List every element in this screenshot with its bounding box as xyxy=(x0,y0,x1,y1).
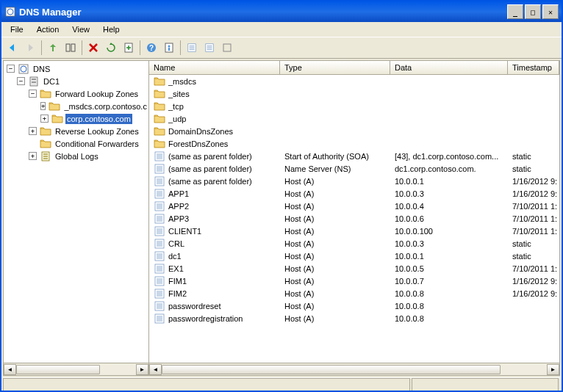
list-row[interactable]: (same as parent folder)Name Server (NS)d… xyxy=(149,162,559,175)
tree-global-logs[interactable]: + Global Logs xyxy=(5,150,147,162)
record-name: passwordregistration xyxy=(168,314,243,323)
tree-conditional-forwarders[interactable]: Conditional Forwarders xyxy=(5,137,147,150)
collapse-icon[interactable]: − xyxy=(7,65,15,73)
record-timestamp: static xyxy=(508,164,559,174)
scroll-right-button[interactable]: ► xyxy=(547,364,559,375)
folder-icon xyxy=(51,113,63,125)
up-button[interactable] xyxy=(45,40,61,56)
record-icon xyxy=(154,164,165,174)
delete-button[interactable] xyxy=(85,40,101,56)
tree-root-dns[interactable]: − DNS xyxy=(5,62,147,75)
help-button[interactable]: ? xyxy=(143,40,159,56)
list-row[interactable]: (same as parent folder)Start of Authorit… xyxy=(149,150,559,162)
record-name: APP1 xyxy=(168,189,189,198)
scroll-right-button[interactable]: ► xyxy=(136,364,148,375)
list-row[interactable]: _tcp xyxy=(149,100,559,112)
list-row[interactable]: ForestDnsZones xyxy=(149,137,559,150)
tree-forward-zones[interactable]: − Forward Lookup Zones xyxy=(5,87,147,100)
record-name: DomainDnsZones xyxy=(168,127,233,136)
scroll-left-button[interactable]: ◄ xyxy=(149,364,162,375)
list-row[interactable]: CLIENT1Host (A)10.0.0.1007/10/2011 1: xyxy=(149,225,559,237)
list-header: Name Type Data Timestamp xyxy=(149,61,559,75)
tool-button[interactable] xyxy=(219,40,235,56)
folder-icon xyxy=(40,138,51,150)
column-data[interactable]: Data xyxy=(390,61,508,74)
list-row[interactable]: passwordregistrationHost (A)10.0.0.8 xyxy=(149,312,559,324)
record-name: (same as parent folder) xyxy=(168,152,252,161)
tree-scrollbar[interactable]: ◄ ► xyxy=(4,363,148,375)
list-pane: Name Type Data Timestamp _msdcs_sites_tc… xyxy=(149,61,559,375)
record-icon xyxy=(154,264,165,274)
collapse-icon[interactable]: − xyxy=(29,90,37,98)
expand-icon[interactable]: + xyxy=(29,152,37,160)
tree-zone-msdcs[interactable]: + _msdcs.corp.contoso.c xyxy=(5,100,147,112)
expand-icon[interactable]: + xyxy=(40,115,49,123)
list-row[interactable]: EX1Host (A)10.0.0.57/10/2011 1: xyxy=(149,262,559,275)
list-row[interactable]: DomainDnsZones xyxy=(149,125,559,137)
close-button[interactable]: ✕ xyxy=(542,4,559,19)
record-timestamp xyxy=(508,318,559,319)
folder-icon xyxy=(154,139,165,149)
menu-action[interactable]: Action xyxy=(31,23,65,35)
filter-button[interactable] xyxy=(201,40,218,56)
status-cell xyxy=(3,378,410,392)
record-name: FIM1 xyxy=(168,277,187,286)
list-scrollbar[interactable]: ◄ ► xyxy=(149,363,559,375)
column-timestamp[interactable]: Timestamp xyxy=(508,61,559,74)
column-type[interactable]: Type xyxy=(280,61,390,74)
record-type xyxy=(280,81,390,82)
forward-button[interactable] xyxy=(22,40,38,56)
record-name: ForestDnsZones xyxy=(168,139,228,148)
record-icon xyxy=(154,276,165,286)
list-row[interactable]: _sites xyxy=(149,87,559,100)
minimize-button[interactable]: _ xyxy=(507,4,523,19)
back-button[interactable] xyxy=(4,40,21,56)
folder-icon xyxy=(154,89,165,99)
tree-reverse-zones[interactable]: + Reverse Lookup Zones xyxy=(5,125,147,137)
refresh-button[interactable] xyxy=(103,40,119,56)
list-row[interactable]: passwordresetHost (A)10.0.0.8 xyxy=(149,300,559,312)
menu-help[interactable]: Help xyxy=(97,23,126,35)
list-row[interactable]: APP1Host (A)10.0.0.31/16/2012 9: xyxy=(149,187,559,200)
list-row[interactable]: _udp xyxy=(149,112,559,125)
tree-pane[interactable]: − DNS − DC1 − Forward Lookup Zones + _ms… xyxy=(4,61,149,375)
tree-server[interactable]: − DC1 xyxy=(5,75,147,87)
expand-icon[interactable]: + xyxy=(29,127,37,135)
record-timestamp: static xyxy=(508,251,559,261)
list-row[interactable]: _msdcs xyxy=(149,75,559,87)
menu-view[interactable]: View xyxy=(66,23,96,35)
list-row[interactable]: (same as parent folder)Host (A)10.0.0.11… xyxy=(149,175,559,187)
tree-zone-selected[interactable]: + corp.contoso.com xyxy=(5,112,147,125)
scroll-left-button[interactable]: ◄ xyxy=(4,364,16,375)
menu-file[interactable]: File xyxy=(4,23,29,35)
folder-icon xyxy=(154,101,165,112)
list-body[interactable]: _msdcs_sites_tcp_udpDomainDnsZonesForest… xyxy=(149,75,559,363)
column-name[interactable]: Name xyxy=(149,61,280,74)
show-hide-button[interactable] xyxy=(62,40,79,56)
list-row[interactable]: FIM2Host (A)10.0.0.81/16/2012 9: xyxy=(149,287,559,300)
properties-button[interactable] xyxy=(161,40,177,56)
list-row[interactable]: CRLHost (A)10.0.0.3static xyxy=(149,237,559,250)
export-button[interactable] xyxy=(121,40,137,56)
new-record-button[interactable] xyxy=(184,40,200,56)
log-icon xyxy=(40,150,51,162)
record-name: CRL xyxy=(168,239,184,248)
list-row[interactable]: FIM1Host (A)10.0.0.71/16/2012 9: xyxy=(149,275,559,287)
maximize-button[interactable]: □ xyxy=(525,4,541,19)
record-icon xyxy=(154,313,165,324)
list-row[interactable]: APP3Host (A)10.0.0.67/10/2011 1: xyxy=(149,212,559,225)
list-row[interactable]: APP2Host (A)10.0.0.47/10/2011 1: xyxy=(149,200,559,212)
folder-icon xyxy=(40,88,51,100)
collapse-icon[interactable]: − xyxy=(17,77,25,85)
tree-label: Reverse Lookup Zones xyxy=(54,126,140,137)
expand-icon[interactable]: + xyxy=(40,102,46,110)
svg-rect-22 xyxy=(223,44,231,51)
svg-point-20 xyxy=(168,46,171,48)
title-bar: DNS Manager _ □ ✕ xyxy=(1,1,562,22)
record-timestamp xyxy=(508,106,559,107)
record-timestamp: static xyxy=(508,151,559,161)
record-timestamp: 1/16/2012 9: xyxy=(508,176,559,186)
list-row[interactable]: dc1Host (A)10.0.0.1static xyxy=(149,250,559,262)
record-timestamp: 7/10/2011 1: xyxy=(508,201,559,211)
record-name: FIM2 xyxy=(168,289,187,298)
